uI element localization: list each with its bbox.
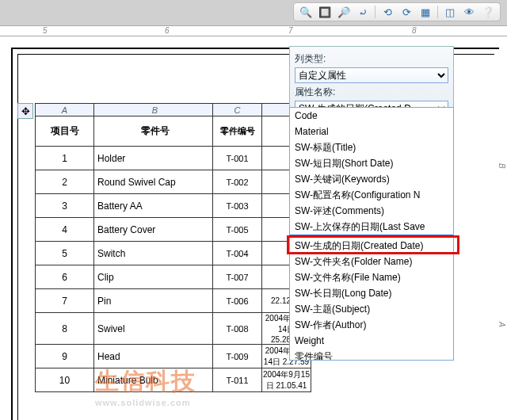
table-row[interactable]: 6ClipT-007 xyxy=(36,265,311,289)
dropdown-option[interactable]: SW-主题(Subject) xyxy=(290,301,453,317)
cell[interactable]: Switch xyxy=(94,242,213,265)
col-head[interactable]: A xyxy=(36,104,94,116)
ruler-tick: 7 xyxy=(288,26,293,35)
dropdown-option[interactable]: SW-长日期(Long Date) xyxy=(290,285,453,301)
cell[interactable]: T-011 xyxy=(213,368,262,392)
col-head[interactable]: C xyxy=(213,104,262,116)
snap-icon[interactable]: ▦ xyxy=(418,5,433,19)
cell[interactable]: Round Swivel Cap xyxy=(94,170,213,194)
col-title[interactable]: 零件编号 xyxy=(213,116,262,147)
table-row[interactable]: 2Round Swivel CapT-002 xyxy=(36,170,311,194)
table-row[interactable]: 5SwitchT-004 xyxy=(36,242,311,265)
ruler-tick: 8 xyxy=(412,26,417,35)
zoom-window-icon[interactable]: 🔲 xyxy=(318,5,332,19)
cell[interactable]: 1 xyxy=(36,147,94,170)
zoom-icon[interactable]: 🔍 xyxy=(299,5,313,19)
cell[interactable]: Battery AA xyxy=(94,194,213,218)
cell[interactable]: Miniature Bulb xyxy=(94,368,213,392)
table-row[interactable]: 10Miniature BulbT-0112004年9月15日 21.05.41 xyxy=(36,368,311,392)
column-type-select[interactable]: 自定义属性 xyxy=(295,67,448,83)
dropdown-option[interactable]: SW-关键词(Keywords) xyxy=(290,171,453,187)
cell[interactable]: 9 xyxy=(36,345,94,368)
cell[interactable]: 2004年9月15日 21.05.41 xyxy=(262,368,311,392)
ruler-tick: A xyxy=(497,322,506,327)
table-row[interactable]: 3Battery AAT-003 xyxy=(36,194,311,218)
dropdown-option[interactable]: Material xyxy=(290,124,453,139)
view-toolbar: 🔍🔲🔎⤾⟲⟳▦◫👁❔ xyxy=(293,2,501,21)
cell[interactable]: T-005 xyxy=(213,218,262,242)
cell[interactable]: T-009 xyxy=(213,345,262,368)
col-title[interactable]: 项目号 xyxy=(36,116,94,147)
cell[interactable]: 4 xyxy=(36,218,94,242)
table-move-handle[interactable]: ✥ xyxy=(17,103,33,119)
ruler-tick: 5 xyxy=(43,26,48,35)
cell[interactable]: 7 xyxy=(36,289,94,313)
zoom-fit-icon[interactable]: 🔎 xyxy=(337,5,351,19)
cell[interactable]: 2 xyxy=(36,170,94,194)
redo-icon[interactable]: ⟳ xyxy=(399,5,414,19)
cell[interactable]: T-001 xyxy=(213,147,262,170)
cell[interactable]: Clip xyxy=(94,265,213,289)
table-row[interactable]: 7PinT-00622.12.05 xyxy=(36,289,311,313)
dropdown-option[interactable]: SW-生成的日期(Created Date) xyxy=(290,238,453,254)
dropdown-option[interactable]: SW-标题(Title) xyxy=(290,139,453,155)
dropdown-option[interactable]: SW-作者(Author) xyxy=(290,317,453,333)
cell[interactable]: T-003 xyxy=(213,194,262,218)
cell[interactable]: Pin xyxy=(94,289,213,313)
dropdown-option[interactable]: SW-文件夹名(Folder Name) xyxy=(290,254,453,269)
iso-icon[interactable]: ◫ xyxy=(443,5,457,19)
col-title[interactable]: 零件号 xyxy=(94,116,213,147)
ruler-vertical: BA xyxy=(497,163,505,404)
cell[interactable]: Holder xyxy=(94,147,213,170)
column-type-label: 列类型: xyxy=(295,52,448,66)
cell[interactable]: T-006 xyxy=(213,289,262,313)
col-head[interactable]: B xyxy=(94,104,213,116)
dropdown-option[interactable]: Code xyxy=(290,108,453,124)
table-row[interactable]: 1HolderT-001 xyxy=(36,147,311,170)
cell[interactable]: Battery Cover xyxy=(94,218,213,242)
dropdown-option[interactable]: 零件编号 xyxy=(290,349,453,361)
table-row[interactable]: 4Battery CoverT-005 xyxy=(36,218,311,242)
dropdown-option[interactable]: Weight xyxy=(290,333,453,349)
cell[interactable]: T-002 xyxy=(213,170,262,194)
cell[interactable]: 6 xyxy=(36,265,94,289)
attribute-name-label: 属性名称: xyxy=(295,86,448,99)
cell[interactable]: T-007 xyxy=(213,265,262,289)
cell[interactable]: 8 xyxy=(36,313,94,345)
cell[interactable]: T-004 xyxy=(213,242,262,265)
cell[interactable]: Head xyxy=(94,345,213,368)
dropdown-option[interactable]: SW-短日期(Short Date) xyxy=(290,155,453,171)
rotate-icon[interactable]: ⤾ xyxy=(356,5,370,19)
cell[interactable]: 5 xyxy=(36,242,94,265)
dropdown-option[interactable]: SW-配置名称(Configuration N xyxy=(290,187,453,203)
table-row[interactable]: 9HeadT-0092004年10月14日 2.27.59 xyxy=(36,345,311,368)
cell[interactable]: 10 xyxy=(36,368,94,392)
cell[interactable]: Swivel xyxy=(94,313,213,345)
undo-icon[interactable]: ⟲ xyxy=(380,5,395,19)
dropdown-option[interactable]: SW-文件名称(File Name) xyxy=(290,269,453,285)
table-row[interactable]: 8SwivelT-0082004年10月14日 25.28.26 xyxy=(36,313,311,345)
cell[interactable]: 3 xyxy=(36,194,94,218)
bom-table[interactable]: ABC 项目号零件号零件编号 1HolderT-0012Round Swivel… xyxy=(35,103,311,392)
ruler-tick: B xyxy=(497,163,506,169)
ruler-tick: 6 xyxy=(165,26,170,35)
help-icon[interactable]: ❔ xyxy=(481,5,495,19)
dropdown-option[interactable]: SW-上次保存的日期(Last Save xyxy=(290,219,453,235)
cell[interactable]: T-008 xyxy=(213,313,262,345)
ruler-horizontal: 5678 xyxy=(0,25,507,36)
attribute-name-dropdown[interactable]: CodeMaterialSW-标题(Title)SW-短日期(Short Dat… xyxy=(289,107,454,361)
eye-icon[interactable]: 👁 xyxy=(462,5,476,19)
dropdown-option[interactable]: SW-评述(Comments) xyxy=(290,203,453,219)
